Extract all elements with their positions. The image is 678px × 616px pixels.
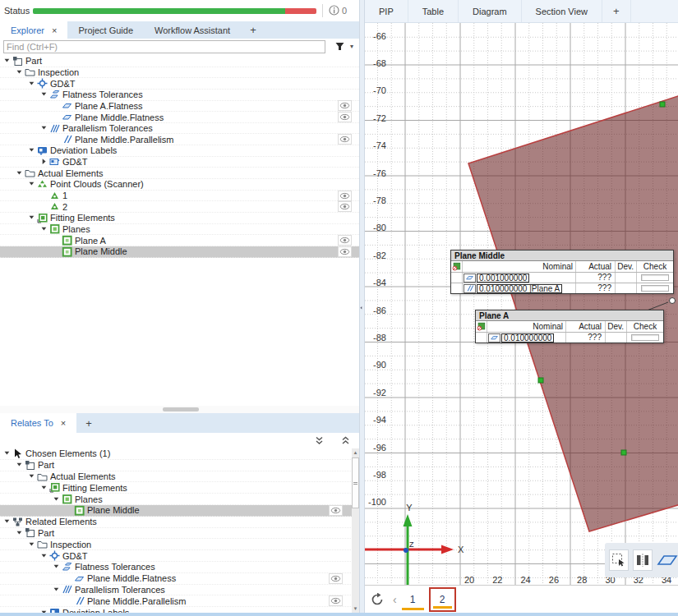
collapse-expander-icon[interactable]: [3, 517, 12, 526]
collapse-expander-icon[interactable]: [28, 146, 36, 154]
tree-item-deviation-labels[interactable]: Deviation Labels: [0, 145, 359, 157]
visibility-eye-icon[interactable]: [338, 112, 352, 122]
collapse-expander-icon[interactable]: [16, 529, 24, 537]
visibility-eye-icon[interactable]: [329, 595, 343, 606]
tree-item-part[interactable]: Part: [0, 56, 359, 67]
viewer-tab-table[interactable]: Table: [408, 0, 459, 22]
scrollbar-thumb[interactable]: [163, 407, 199, 411]
info-icon[interactable]: [329, 5, 339, 16]
refresh-icon[interactable]: [371, 593, 384, 606]
scrollbar-thumb[interactable]: [352, 457, 359, 508]
collapse-expander-icon[interactable]: [16, 461, 24, 469]
label-title[interactable]: Plane A: [476, 310, 663, 321]
page-tab-1[interactable]: 1: [399, 587, 427, 612]
visibility-eye-icon[interactable]: [338, 246, 352, 257]
viewer-tab--[interactable]: +: [602, 0, 631, 22]
tree-item-gd-t[interactable]: GD&T: [0, 550, 359, 562]
panel-splitter[interactable]: [359, 0, 365, 613]
check-cell[interactable]: [627, 333, 663, 342]
measurement-label-plane-a[interactable]: Plane ANominalActualDev.Check0.010000000…: [475, 310, 664, 343]
visibility-eye-icon[interactable]: [329, 505, 343, 516]
visibility-eye-icon[interactable]: [329, 573, 343, 584]
tree-item-1[interactable]: 1: [0, 191, 359, 202]
tree-item-gd-t[interactable]: GD&T: [0, 157, 359, 168]
viewer-tab-diagram[interactable]: Diagram: [459, 0, 522, 22]
tree-item-part[interactable]: Part: [0, 528, 359, 540]
explorer-tab-project-guide[interactable]: Project Guide: [67, 21, 144, 39]
viewer-tab-pip[interactable]: PIP: [365, 0, 408, 22]
tree-item-plane-middle[interactable]: Plane Middle: [0, 505, 359, 517]
collapse-expander-icon[interactable]: [28, 180, 36, 188]
visibility-eye-icon[interactable]: [338, 134, 352, 145]
relates-to-vertical-scrollbar[interactable]: ▲ ▼: [352, 448, 359, 613]
collapse-expander-icon[interactable]: [28, 472, 36, 480]
tree-item-flatness-tolerances[interactable]: Flatness Tolerances: [0, 90, 359, 101]
relates-tab-relates-to[interactable]: Relates To×: [0, 413, 76, 433]
relates-tab--[interactable]: +: [76, 413, 101, 433]
explorer-tab-explorer[interactable]: Explorer×: [0, 21, 67, 39]
scroll-up-arrow[interactable]: ▲: [352, 448, 359, 457]
explorer-tab-workflow-assistant[interactable]: Workflow Assistant: [144, 21, 241, 39]
tree-item-plane-middle[interactable]: Plane Middle: [0, 246, 359, 258]
close-icon[interactable]: ×: [52, 25, 57, 35]
section-view-canvas[interactable]: -66-68-70-72-74-76-78-80-82-84-86-88-90-…: [365, 23, 678, 585]
collapse-expander-icon[interactable]: [28, 214, 36, 222]
tree-item-parallelism-tolerances[interactable]: Parallelism Tolerances: [0, 123, 359, 135]
collapse-expander-icon[interactable]: [3, 449, 12, 457]
tree-item-inspection[interactable]: Inspection: [0, 539, 359, 550]
rubber-band-select-button[interactable]: [609, 549, 629, 571]
tree-item-plane-middle-parallelism[interactable]: Plane Middle.Parallelism: [0, 595, 359, 607]
tree-item-fitting-elements[interactable]: Fitting Elements: [0, 482, 359, 494]
collapse-expander-icon[interactable]: [3, 57, 12, 65]
collapse-expander-icon[interactable]: [28, 80, 36, 88]
nominal-value[interactable]: 0.001000000: [477, 274, 529, 283]
collapse-expander-icon[interactable]: [53, 495, 61, 503]
fit-plane-icon[interactable]: [657, 549, 678, 571]
collapse-expander-icon[interactable]: [53, 586, 61, 594]
tree-item-plane-a[interactable]: Plane A: [0, 235, 359, 246]
label-title[interactable]: Plane Middle: [451, 251, 673, 261]
expand-expander-icon[interactable]: [40, 158, 48, 166]
tree-item-related-elements[interactable]: Related Elements: [0, 517, 359, 528]
tree-item-planes[interactable]: Planes: [0, 224, 359, 236]
page-tab-2[interactable]: 2: [429, 587, 456, 612]
scroll-down-arrow[interactable]: ▼: [352, 605, 359, 613]
measurement-label-plane-middle[interactable]: Plane MiddleNominalActualDev.Check0.0010…: [450, 250, 674, 294]
nominal-value[interactable]: 0.010000000: [501, 333, 554, 342]
tree-item-planes[interactable]: Planes: [0, 494, 359, 505]
tree-item-2[interactable]: 2: [0, 201, 359, 213]
filter-icon[interactable]: [334, 41, 347, 53]
tree-item-plane-middle-flatness[interactable]: Plane Middle.Flatness: [0, 112, 359, 123]
nominal-value[interactable]: 0.010000000 |Plane A: [477, 284, 562, 293]
viewer-tab-section-view[interactable]: Section View: [522, 0, 602, 22]
tree-item-gd-t[interactable]: GD&T: [0, 78, 359, 90]
tree-item-fitting-elements[interactable]: Fitting Elements: [0, 213, 359, 224]
tree-item-parallelism-tolerances[interactable]: Parallelism Tolerances: [0, 585, 359, 596]
collapse-expander-icon[interactable]: [40, 552, 48, 560]
visibility-eye-icon[interactable]: [338, 235, 352, 246]
collapse-all-icon[interactable]: [314, 435, 325, 446]
tree-item-inspection[interactable]: Inspection: [0, 67, 359, 79]
tree-item-part[interactable]: Part: [0, 460, 359, 471]
close-icon[interactable]: ×: [61, 418, 66, 428]
tree-item-actual-elements[interactable]: Actual Elements: [0, 168, 359, 179]
check-cell[interactable]: [637, 283, 673, 293]
collapse-expander-icon[interactable]: [40, 225, 48, 233]
tree-item-chosen-elements-1-[interactable]: Chosen Elements (1): [0, 448, 359, 460]
collapse-expander-icon[interactable]: [40, 484, 48, 492]
explorer-tab--[interactable]: +: [241, 21, 265, 39]
tree-item-point-clouds-scanner-[interactable]: Point Clouds (Scanner): [0, 179, 359, 191]
visibility-eye-icon[interactable]: [338, 100, 352, 111]
explorer-horizontal-scrollbar[interactable]: [0, 406, 359, 413]
filter-dropdown-caret[interactable]: ▾: [350, 43, 353, 50]
collapse-expander-icon[interactable]: [53, 563, 61, 571]
tree-item-flatness-tolerances[interactable]: Flatness Tolerances: [0, 562, 359, 573]
expand-all-icon[interactable]: [340, 435, 351, 446]
collapse-expander-icon[interactable]: [16, 68, 24, 76]
tree-item-plane-middle-flatness[interactable]: Plane Middle.Flatness: [0, 573, 359, 585]
tree-item-actual-elements[interactable]: Actual Elements: [0, 471, 359, 483]
visibility-eye-icon[interactable]: [338, 201, 352, 212]
collapse-expander-icon[interactable]: [40, 90, 48, 99]
find-input[interactable]: [3, 40, 325, 53]
collapse-expander-icon[interactable]: [40, 124, 48, 132]
